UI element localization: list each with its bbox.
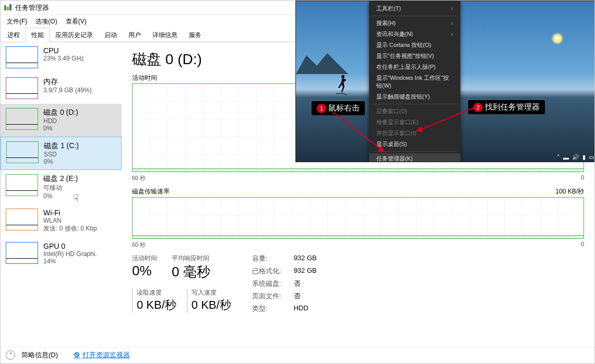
stat-read-label: 读取速度 — [137, 288, 176, 297]
stat-resp-value: 0 毫秒 — [172, 263, 210, 281]
sidebar-item-sub: 可移动 — [43, 184, 78, 192]
stat-active-value: 0% — [132, 263, 157, 279]
sidebar-item-sub: SSD — [44, 151, 79, 158]
stat-write-label: 写入速度 — [192, 288, 231, 297]
sidebar-item-sub: HDD — [43, 117, 78, 125]
sidebar-item-title: 磁盘 0 (D:) — [43, 108, 78, 117]
sidebar-item-sub: WLAN — [43, 217, 97, 224]
menu-file[interactable]: 文件(F) — [3, 16, 31, 27]
arrow-1 — [327, 105, 390, 157]
menu-options[interactable]: 选项(O) — [31, 16, 61, 27]
sidebar-item-sub2: 14% — [43, 258, 97, 265]
tray-notification-icon[interactable]: ▭ — [589, 154, 594, 161]
tab-services[interactable]: 服务 — [183, 28, 207, 42]
sidebar-thumb — [6, 77, 38, 99]
open-resmon-link[interactable]: 🛇 打开资源监视器 — [74, 350, 130, 360]
sidebar-item-1[interactable]: 内存 3.9/7.9 GB (49%) — [1, 73, 122, 104]
prop-key: 容量: — [252, 254, 294, 263]
sidebar-item-title: 内存 — [43, 77, 92, 87]
sidebar-thumb — [6, 174, 38, 196]
context-menu-item[interactable]: 工具栏(T) — [369, 3, 460, 14]
menu-separator — [373, 16, 456, 16]
fewer-details-icon[interactable]: ˄ — [6, 350, 15, 360]
chart2-axis-right: 0 — [581, 241, 584, 249]
prop-key: 已格式化: — [252, 266, 294, 276]
svg-point-3 — [341, 75, 344, 78]
svg-rect-1 — [7, 7, 9, 10]
prop-key: 类型: — [252, 304, 294, 313]
context-menu-item[interactable]: 显示触摸键盘按钮(Y) — [369, 91, 460, 102]
menu-separator — [373, 104, 456, 104]
sidebar-item-5[interactable]: Wi-Fi WLAN 发送: 0 接收: 0 Kbp — [1, 204, 122, 238]
tab-users[interactable]: 用户 — [123, 28, 147, 42]
context-menu-item[interactable]: 显示"Windows Ink 工作区"按钮(W) — [369, 72, 460, 91]
tab-startup[interactable]: 启动 — [99, 28, 123, 42]
prop-value: HDD — [294, 304, 317, 313]
sidebar[interactable]: CPU 23% 3.49 GHz 内存 3.9/7.9 GB (49%) 磁盘 … — [1, 42, 122, 347]
tray-battery-icon[interactable]: ▮ — [582, 154, 586, 161]
sidebar-thumb — [6, 242, 38, 264]
menu-view[interactable]: 查看(V) — [62, 16, 91, 27]
chart2-label-left: 磁盘传输速率 — [132, 187, 170, 196]
sidebar-item-0[interactable]: CPU 23% 3.49 GHz — [1, 42, 122, 73]
sidebar-item-sub2: 0% — [44, 158, 79, 165]
sidebar-item-2[interactable]: 磁盘 0 (D:) HDD 0% — [1, 104, 122, 137]
chart-transfer-rate — [132, 197, 584, 239]
system-tray: ˄ ▬ 🔊 ▮ ▭ — [557, 154, 594, 161]
tutorial-overlay: 工具栏(T)搜索(H)资讯和兴趣(N)显示 Cortana 按钮(O)显示"任务… — [295, 1, 595, 162]
context-menu-item[interactable]: 显示 Cortana 按钮(O) — [369, 40, 460, 51]
sidebar-item-title: 磁盘 1 (C:) — [44, 141, 79, 151]
runner-figure — [334, 74, 349, 97]
bottom-bar: ˄ 简略信息(D) 🛇 打开资源监视器 — [1, 347, 594, 362]
chart1-label-left: 活动时间 — [132, 74, 157, 82]
chart1-axis-left: 60 秒 — [132, 174, 146, 182]
callout-badge-1: 1 — [317, 104, 326, 113]
sidebar-item-sub: Intel(R) HD Graphi. — [43, 250, 97, 258]
context-menu-item[interactable]: 搜索(H) — [369, 18, 460, 29]
tab-details[interactable]: 详细信息 — [147, 28, 183, 42]
app-icon — [4, 4, 12, 12]
resmon-icon: 🛇 — [74, 351, 80, 359]
chart1-axis-right: 0 — [581, 174, 584, 182]
tab-performance[interactable]: 性能 — [26, 28, 50, 42]
disk-properties: 容量:932 GB已格式化:932 GB系统磁盘:否页面文件:否类型:HDD — [252, 254, 317, 313]
sidebar-item-title: Wi-Fi — [43, 209, 97, 217]
tray-volume-icon[interactable]: 🔊 — [572, 154, 579, 161]
sidebar-item-4[interactable]: 磁盘 2 (E:) 可移动 0% — [1, 170, 122, 204]
tray-up-icon[interactable]: ˄ — [557, 154, 560, 161]
prop-value: 932 GB — [294, 254, 317, 263]
sidebar-item-sub: 23% 3.49 GHz — [43, 55, 84, 62]
sidebar-item-title: GPU 0 — [43, 242, 97, 250]
context-menu-item[interactable]: 显示"任务视图"按钮(V) — [369, 51, 460, 62]
sidebar-item-6[interactable]: GPU 0 Intel(R) HD Graphi. 14% — [1, 238, 122, 270]
stat-write-value: 0 KB/秒 — [192, 297, 231, 313]
svg-line-5 — [416, 108, 473, 131]
sun-graphic — [551, 32, 564, 45]
tab-app-history[interactable]: 应用历史记录 — [50, 28, 99, 42]
context-menu-item[interactable]: 在任务栏上显示人脉(P) — [369, 62, 460, 72]
chart2-axis-left: 60 秒 — [132, 241, 146, 249]
prop-key: 页面文件: — [252, 292, 294, 301]
callout-2: 2找到任务管理器 — [468, 100, 545, 114]
sidebar-item-sub2: 0% — [43, 125, 78, 132]
sidebar-thumb — [6, 108, 38, 130]
context-menu-item[interactable]: 资讯和兴趣(N) — [369, 29, 460, 40]
stat-active-label: 活动时间 — [132, 254, 157, 263]
tab-processes[interactable]: 进程 — [2, 28, 26, 42]
sidebar-item-sub2: 0% — [43, 192, 78, 200]
sidebar-thumb — [6, 209, 38, 230]
arrow-2 — [411, 105, 479, 137]
sidebar-item-sub: 3.9/7.9 GB (49%) — [43, 87, 92, 94]
stat-read-value: 0 KB/秒 — [137, 297, 176, 313]
prop-value: 932 GB — [294, 266, 317, 276]
sidebar-item-title: CPU — [43, 46, 84, 55]
sidebar-item-3[interactable]: 磁盘 1 (C:) SSD 0% — [1, 137, 122, 170]
prop-value: 否 — [294, 292, 317, 301]
fewer-details-label[interactable]: 简略信息(D) — [21, 350, 58, 360]
prop-value: 否 — [294, 279, 317, 288]
svg-rect-0 — [4, 5, 6, 10]
window-title: 任务管理器 — [15, 3, 49, 13]
sidebar-item-title: 磁盘 2 (E:) — [43, 174, 78, 184]
chart2-label-right: 100 KB/秒 — [555, 187, 584, 196]
tray-network-icon[interactable]: ▬ — [563, 154, 569, 161]
